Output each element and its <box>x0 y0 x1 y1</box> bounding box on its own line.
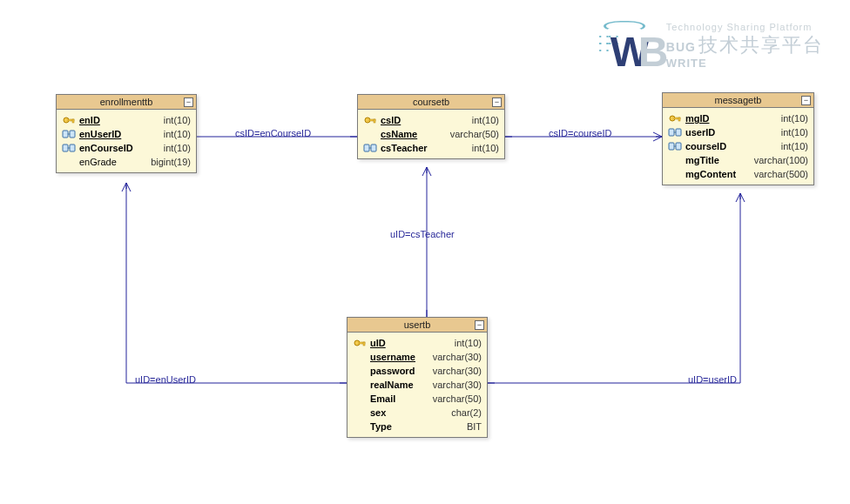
watermark-logo: ∷∷∷ W B Technology Sharing Platform BUG … <box>598 16 824 77</box>
foreign-key-icon <box>668 126 682 138</box>
column-name: sex <box>370 407 448 418</box>
column-row[interactable]: mgContentvarchar(500) <box>668 167 808 181</box>
rel-label-csid-encourseid: csID=enCourseID <box>235 128 311 138</box>
svg-rect-21 <box>669 129 674 136</box>
table-usertb[interactable]: usertb − uIDint(10)usernamevarchar(30)pa… <box>347 317 488 438</box>
blank-icon <box>668 154 682 166</box>
rel-label-uid-csteacher: uID=csTeacher <box>390 229 455 239</box>
column-type: char(2) <box>451 407 482 418</box>
foreign-key-icon <box>363 142 377 154</box>
column-row[interactable]: mgIDint(10) <box>668 111 808 125</box>
column-type: varchar(30) <box>433 366 482 376</box>
column-type: varchar(500) <box>754 169 808 179</box>
primary-key-icon <box>353 337 367 349</box>
table-header[interactable]: usertb − <box>347 318 487 333</box>
table-title: messagetb <box>715 95 762 105</box>
column-name: uID <box>370 338 451 348</box>
primary-key-icon <box>62 114 76 126</box>
column-row[interactable]: TypeBIT <box>353 420 482 433</box>
rel-label-uid-enuserid: uID=enUserID <box>135 374 196 385</box>
column-row[interactable]: csIDint(10) <box>363 113 499 127</box>
rel-label-csid-courseid: csID=courseID <box>549 128 611 138</box>
primary-key-icon <box>668 112 682 124</box>
table-body: mgIDint(10)userIDint(10)courseIDint(10)m… <box>663 108 813 185</box>
table-enrollmenttb[interactable]: enrollmenttb − enIDint(10)enUserIDint(10… <box>56 94 197 173</box>
svg-rect-15 <box>364 144 369 151</box>
column-row[interactable]: Emailvarchar(50) <box>353 392 482 406</box>
column-type: int(10) <box>781 141 808 151</box>
column-row[interactable]: csTeacherint(10) <box>363 141 499 155</box>
column-name: enID <box>79 115 160 125</box>
foreign-key-icon <box>668 140 682 152</box>
table-body: enIDint(10)enUserIDint(10)enCourseIDint(… <box>57 110 196 172</box>
column-name: Email <box>370 393 429 404</box>
foreign-key-icon <box>62 128 76 140</box>
blank-icon <box>353 393 367 405</box>
column-name: csName <box>381 129 447 139</box>
column-name: password <box>370 366 429 376</box>
column-name: userID <box>685 127 778 138</box>
table-header[interactable]: messagetb − <box>663 93 813 108</box>
column-name: courseID <box>685 141 778 151</box>
wb-logo-icon: ∷∷∷ W B <box>598 16 659 77</box>
watermark-cn: 技术共享平台 <box>698 34 824 56</box>
column-row[interactable]: usernamevarchar(30) <box>353 350 482 364</box>
blank-icon <box>363 128 377 140</box>
column-row[interactable]: userIDint(10) <box>668 125 808 139</box>
column-type: int(10) <box>472 143 499 153</box>
column-type: int(10) <box>455 338 482 348</box>
collapse-icon[interactable]: − <box>801 96 811 105</box>
table-header[interactable]: enrollmenttb − <box>57 95 196 110</box>
column-name: username <box>370 352 429 362</box>
table-coursetb[interactable]: coursetb − csIDint(10)csNamevarchar(50)c… <box>357 94 505 159</box>
collapse-icon[interactable]: − <box>475 320 484 330</box>
table-header[interactable]: coursetb − <box>358 95 504 110</box>
table-title: coursetb <box>413 97 449 107</box>
column-row[interactable]: mgTitlevarchar(100) <box>668 153 808 167</box>
column-name: csTeacher <box>381 143 469 153</box>
column-row[interactable]: enCourseIDint(10) <box>62 141 191 155</box>
column-type: varchar(30) <box>433 380 482 390</box>
column-name: mgTitle <box>685 155 751 165</box>
column-row[interactable]: uIDint(10) <box>353 336 482 350</box>
svg-rect-7 <box>70 131 75 138</box>
column-row[interactable]: enUserIDint(10) <box>62 127 191 141</box>
column-row[interactable]: passwordvarchar(30) <box>353 364 482 378</box>
blank-icon <box>353 420 367 433</box>
table-body: csIDint(10)csNamevarchar(50)csTeacherint… <box>358 110 504 158</box>
column-name: csID <box>381 115 469 125</box>
column-type: varchar(30) <box>433 352 482 362</box>
er-diagram-canvas[interactable]: csID=enCourseID csID=courseID uID=csTeac… <box>0 0 850 504</box>
table-messagetb[interactable]: messagetb − mgIDint(10)userIDint(10)cour… <box>662 92 814 185</box>
column-row[interactable]: sexchar(2) <box>353 406 482 420</box>
column-row[interactable]: realNamevarchar(30) <box>353 378 482 392</box>
column-type: varchar(100) <box>754 155 808 165</box>
collapse-icon[interactable]: − <box>184 97 193 107</box>
column-row[interactable]: courseIDint(10) <box>668 139 808 153</box>
svg-rect-20 <box>678 118 680 121</box>
blank-icon <box>62 156 76 168</box>
column-type: int(10) <box>781 127 808 138</box>
table-body: uIDint(10)usernamevarchar(30)passwordvar… <box>347 333 487 437</box>
column-type: int(10) <box>781 113 808 124</box>
column-row[interactable]: csNamevarchar(50) <box>363 127 499 141</box>
blank-icon <box>353 351 367 363</box>
collapse-icon[interactable]: − <box>492 97 502 107</box>
svg-rect-16 <box>371 144 376 151</box>
column-name: mgID <box>685 113 778 124</box>
svg-rect-5 <box>72 119 74 123</box>
watermark-bug: BUG <box>666 40 696 54</box>
primary-key-icon <box>363 114 377 126</box>
svg-rect-6 <box>63 131 68 138</box>
column-name: realName <box>370 380 429 390</box>
column-row[interactable]: enIDint(10) <box>62 113 191 127</box>
table-title: usertb <box>404 319 431 330</box>
column-type: int(10) <box>164 129 191 139</box>
watermark-write: WRITE <box>666 57 824 71</box>
blank-icon <box>353 379 367 391</box>
svg-rect-14 <box>374 119 375 123</box>
column-row[interactable]: enGradebigint(19) <box>62 155 191 169</box>
blank-icon <box>668 168 682 180</box>
column-name: enUserID <box>79 129 160 139</box>
rel-label-uid-userid: uID=userID <box>688 374 737 385</box>
